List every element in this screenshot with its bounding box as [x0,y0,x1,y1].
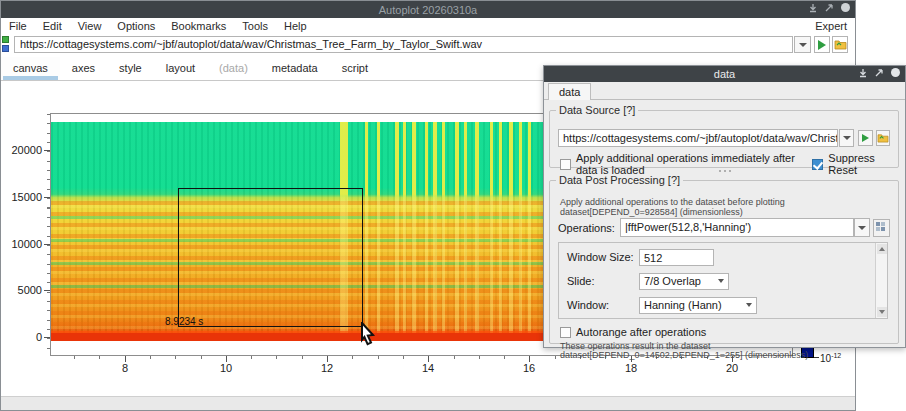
chevron-down-icon [843,136,851,140]
menu-help[interactable]: Help [276,20,315,32]
autorange-checkbox[interactable] [560,327,571,338]
dialog-plot-button[interactable] [858,130,872,146]
folder-icon [877,133,889,143]
panel-scrollbar[interactable] [875,243,887,318]
menu-options[interactable]: Options [109,20,163,32]
spectrogram-streak [433,122,437,341]
spectrogram-streak [464,122,467,341]
post-processing-description: Apply additional operations to the datas… [560,197,785,207]
x-tick-label: 8 [110,362,140,374]
slide-select[interactable]: 7/8 Overlap [639,273,729,290]
tab-style[interactable]: style [107,57,154,80]
y-tick [44,150,50,151]
colorbar-mantissa: 10 [820,353,831,364]
operation-editor-panel: Window Size: 512 Slide: 7/8 Overlap Wind… [558,242,888,319]
dock-icon[interactable] [808,3,818,13]
chevron-down-icon [746,303,752,307]
spectrogram-streak [519,122,522,341]
window-size-input[interactable]: 512 [639,249,714,266]
operations-input[interactable]: |fftPower(512,8,'Hanning') [620,218,854,237]
address-dropdown-button[interactable] [794,36,811,53]
dialog-titlebar[interactable]: data [544,66,905,82]
screen: Autoplot 20260310a File Edit View Option… [0,0,906,411]
y-tick [44,197,50,198]
spectrogram-streak [425,122,428,341]
operations-label: Operations: [558,222,620,234]
scroll-down-icon[interactable] [877,307,887,317]
slide-label: Slide: [567,275,639,287]
operations-dropdown-button[interactable] [854,218,870,237]
expert-mode-label[interactable]: Expert [807,20,855,32]
y-tick-label: 15000 [0,191,42,203]
y-tick-label: 0 [0,331,42,343]
x-tick-label: 18 [616,362,646,374]
spectrogram-streak [475,122,479,341]
dialog-open-file-button[interactable] [876,130,890,146]
y-tick-label: 10000 [0,238,42,250]
slide-value: 7/8 Overlap [644,275,701,287]
tab-data[interactable]: (data) [207,57,260,80]
x-tick-label: 10 [211,362,241,374]
dialog-dock-icon[interactable] [858,68,868,78]
colorbar-exponent: -12 [831,352,841,359]
dialog-tabrow: data [544,82,905,100]
tab-canvas[interactable]: canvas [1,57,60,80]
expand-icon[interactable] [824,3,834,13]
y-tick-label: 5000 [0,284,42,296]
dialog-menu-icon[interactable] [890,67,901,78]
dialog-url-input[interactable]: https://cottagesystems.com/~jbf/autoplot… [558,129,838,147]
spectrogram-streak [528,122,531,341]
menubar: File Edit View Options Bookmarks Tools H… [1,18,855,33]
menu-file[interactable]: File [1,20,35,32]
spectrogram-streak [395,122,399,341]
plot-go-button[interactable] [814,36,830,53]
open-file-button[interactable] [832,36,848,53]
menu-bookmarks[interactable]: Bookmarks [163,20,234,32]
play-icon [818,40,826,50]
spectrogram-streak [442,122,445,341]
menu-tools[interactable]: Tools [234,20,276,32]
spectrogram-streak [499,122,502,341]
tab-metadata[interactable]: metadata [260,57,330,80]
address-input[interactable]: https://cottagesystems.com/~jbf/autoplot… [14,36,793,53]
menu-edit[interactable]: Edit [35,20,70,32]
menu-view[interactable]: View [70,20,110,32]
window-menu-icon[interactable] [840,2,851,13]
dialog-tab-data[interactable]: data [548,83,591,100]
data-source-legend[interactable]: Data Source [?] [556,104,638,116]
window-value: Hanning (Hann) [644,299,722,311]
selection-width-label: 8.9234 s [165,316,203,327]
mouse-cursor-icon [358,322,380,352]
play-icon [862,134,869,142]
colorbar-min-label: 10-12 [820,352,841,364]
colorbar-tick [814,357,819,358]
x-tick-label: 16 [514,362,544,374]
data-dialog: data data Data Source [?] https://cottag… [543,65,906,348]
dialog-url-dropdown-button[interactable] [839,129,854,147]
window-size-label: Window Size: [567,251,639,263]
window-select[interactable]: Hanning (Hann) [639,297,757,314]
dialog-expand-icon[interactable] [874,68,884,78]
y-tick [44,290,50,291]
selection-rectangle[interactable] [178,188,363,327]
tab-layout[interactable]: layout [154,57,207,80]
window-title: Autoplot 20260310a [1,4,855,16]
post-processing-legend[interactable]: Data Post Processing [?] [556,174,683,186]
scroll-up-icon[interactable] [877,244,887,254]
address-row: https://cottagesystems.com/~jbf/autoplot… [1,33,855,56]
input-dataset-label: dataset[DEPEND_0=928584] (dimensionless) [560,207,743,217]
x-tick-label: 12 [312,362,342,374]
folder-icon [834,39,847,50]
main-titlebar[interactable]: Autoplot 20260310a [1,1,855,18]
spectrogram-streak [509,122,513,341]
x-tick-label: 14 [413,362,443,374]
x-tick-label: 20 [717,362,747,374]
tab-script[interactable]: script [330,57,380,80]
tab-axes[interactable]: axes [60,57,107,80]
operations-filter-button[interactable] [873,219,890,237]
spectrogram-streak [365,122,368,341]
spectrogram-streak [455,122,459,341]
splitter-handle[interactable] [544,168,905,173]
y-tick-label: 20000 [0,144,42,156]
autorange-label: Autorange after operations [576,326,706,338]
